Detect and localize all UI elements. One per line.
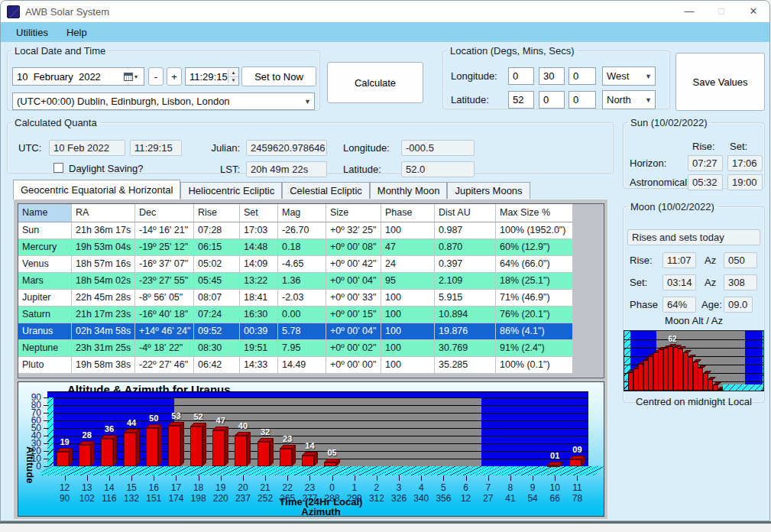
bar-value-label: 36 <box>98 424 120 433</box>
utc-label: UTC: <box>18 142 41 154</box>
latitude-direction-select[interactable]: North ▼ <box>602 90 656 109</box>
table-cell: 100 <box>381 340 435 357</box>
longitude-min-input[interactable] <box>539 67 565 85</box>
bar <box>79 445 91 466</box>
date-plus-button[interactable]: + <box>167 67 182 86</box>
table-cell: 19:51 <box>240 340 278 357</box>
moon-floor <box>723 384 763 391</box>
time-value: 11:29:15 <box>190 71 228 83</box>
hour-label: 5 <box>432 482 455 493</box>
table-cell: 16:30 <box>240 307 278 323</box>
table-row-uranus[interactable]: Uranus02h 34m 58s+14º 46' 24"09:5200:395… <box>18 323 604 340</box>
longitude-deg-input[interactable] <box>508 67 534 85</box>
save-values-button[interactable]: Save Values <box>675 53 765 111</box>
menu-help[interactable]: Help <box>57 24 96 41</box>
table-cell: -8º 56' 05" <box>135 290 194 307</box>
table-cell: +0º 00' 04" <box>326 273 381 290</box>
moon-title: Moon (10/02/2022) <box>627 201 718 212</box>
latitude-deg-input[interactable] <box>508 91 534 109</box>
tab-4[interactable]: Jupiters Moons <box>447 182 530 200</box>
x-tick <box>510 475 511 481</box>
menu-bar: Utilities Help <box>1 22 769 42</box>
gridline <box>53 405 588 406</box>
column-header[interactable]: Name <box>18 204 72 222</box>
close-button[interactable]: ✕ <box>737 1 769 22</box>
maximize-button[interactable]: □ <box>705 1 737 22</box>
table-row-pluto[interactable]: Pluto19h 58m 38s-22º 27' 46"06:4214:3314… <box>18 357 604 374</box>
moon-rise-az-field: 050 <box>724 252 757 268</box>
table-cell: 13:22 <box>240 273 278 290</box>
azimuth-label: 78 <box>562 493 592 504</box>
x-tick <box>488 475 489 481</box>
bar-side <box>292 445 296 466</box>
bar <box>57 452 69 466</box>
column-header[interactable]: Set <box>240 204 278 222</box>
set-to-now-button[interactable]: Set to Now <box>241 66 316 86</box>
time-up-icon[interactable]: ▲ <box>228 70 238 76</box>
tab-2[interactable]: Celestial Ecliptic <box>282 182 370 200</box>
table-row-saturn[interactable]: Saturn21h 17m 23s-16º 40' 18"07:2416:300… <box>18 307 604 323</box>
x-tick <box>154 475 154 481</box>
table-cell: 2.109 <box>435 273 496 290</box>
horizon-set-field: 17:06 <box>727 155 763 171</box>
table-row-jupiter[interactable]: Jupiter22h 45m 28s-8º 56' 05"08:0718:41-… <box>18 290 604 307</box>
tab-1[interactable]: Heliocentric Ecliptic <box>180 182 282 200</box>
quanta-longitude-label: Longitude: <box>343 142 390 154</box>
uranus-chart: Altitude & Azimuth for Uranus Altitude T… <box>18 381 604 517</box>
bar-value-label: 62 <box>662 335 682 343</box>
table-row-neptune[interactable]: Neptune23h 31m 25s-4º 18' 22"08:3019:517… <box>18 340 604 357</box>
bar-side <box>136 429 140 466</box>
longitude-sec-input[interactable] <box>569 67 596 85</box>
bar-value-label: 28 <box>76 430 98 440</box>
column-header[interactable]: Dist AU <box>435 204 496 222</box>
table-row-mercury[interactable]: Mercury19h 53m 04s-19º 25' 12"06:1514:48… <box>18 239 604 256</box>
longitude-direction-select[interactable]: West ▼ <box>602 66 656 86</box>
bar <box>124 433 136 466</box>
table-cell: 07:24 <box>194 307 240 323</box>
y-tick <box>44 443 49 444</box>
table-cell: 0.397 <box>435 256 496 273</box>
time-input[interactable]: 11:29:15 ▲▼ <box>185 67 239 86</box>
table-row-venus[interactable]: Venus18h 57m 16s-16º 37' 07"05:0214:09-4… <box>18 256 604 273</box>
table-cell: 76% (20.1") <box>496 307 573 323</box>
moon-chart: 62 <box>624 330 764 391</box>
calculate-button[interactable]: Calculate <box>327 62 423 103</box>
table-cell: 00:39 <box>240 323 278 340</box>
hour-label: 21 <box>254 482 277 493</box>
bar <box>258 442 270 466</box>
daylight-saving-checkbox[interactable] <box>53 163 63 173</box>
column-header[interactable]: Phase <box>381 204 435 222</box>
date-minus-button[interactable]: - <box>148 67 164 86</box>
table-row-mars[interactable]: Mars18h 54m 02s-23º 27' 55"05:4513:221.3… <box>18 273 604 290</box>
column-header[interactable]: Rise <box>194 204 240 222</box>
menu-utilities[interactable]: Utilities <box>7 24 57 41</box>
latitude-sec-input[interactable] <box>569 91 596 109</box>
column-header[interactable]: Dec <box>135 204 194 222</box>
table-cell: -4.65 <box>278 256 326 273</box>
latitude-direction-value: North <box>607 94 631 105</box>
sun-title: Sun (10/02/2022) <box>627 117 710 128</box>
hour-label: 18 <box>187 482 209 493</box>
column-header[interactable]: Max Size % <box>496 204 573 222</box>
table-cell: 30.769 <box>435 340 496 357</box>
bar <box>190 427 202 466</box>
column-header[interactable]: Mag <box>278 204 326 222</box>
table-row-sun[interactable]: Sun21h 36m 17s-14º 16' 21"07:2817:03-26.… <box>18 222 604 239</box>
x-tick <box>265 475 266 481</box>
column-header[interactable]: RA <box>72 204 135 222</box>
bar <box>280 449 292 466</box>
quanta-longitude-field: -000.5 <box>401 140 475 156</box>
date-picker[interactable]: 10 February 2022 ▾ <box>12 67 144 86</box>
calendar-icon[interactable] <box>124 73 133 81</box>
time-down-icon[interactable]: ▼ <box>228 76 238 84</box>
chevron-down-icon[interactable]: ▾ <box>134 73 138 80</box>
column-header[interactable]: Size <box>326 204 381 222</box>
table-cell: 86% (4.1") <box>496 323 573 340</box>
tab-0[interactable]: Geocentric Equatorial & Horizontal <box>13 180 180 200</box>
minimize-button[interactable]: — <box>673 1 705 22</box>
tab-3[interactable]: Monthly Moon <box>370 182 448 200</box>
latitude-min-input[interactable] <box>539 91 565 109</box>
timezone-select[interactable]: (UTC+00:00) Dublin, Edinburgh, Lisbon, L… <box>12 92 315 110</box>
tab-bar: Geocentric Equatorial & HorizontalHelioc… <box>13 180 530 200</box>
table-cell: 18:41 <box>240 290 278 307</box>
